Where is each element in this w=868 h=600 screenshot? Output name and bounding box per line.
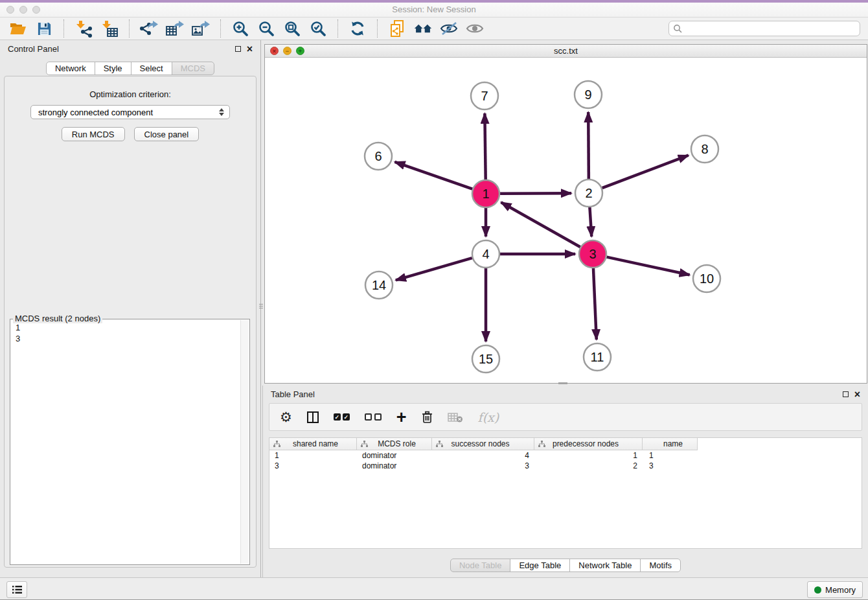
zoom-selected-icon[interactable] xyxy=(308,19,328,38)
export-network-icon[interactable] xyxy=(139,19,159,38)
import-network-icon[interactable] xyxy=(74,19,93,38)
table-panel-header: Table Panel × xyxy=(263,386,868,403)
first-neighbors-icon[interactable] xyxy=(413,19,433,38)
graph-edge-2-8[interactable] xyxy=(602,156,689,189)
control-panel-tabs: Network Style Select MCDS xyxy=(0,62,260,75)
table-panel: Table Panel × ⚙ ✓✓ + f(x) sh xyxy=(262,386,868,577)
table-row[interactable]: 3 dominator 3 2 3 xyxy=(269,461,698,471)
mcds-result-list: 1 3 xyxy=(10,319,249,347)
table-panel-title: Table Panel xyxy=(263,389,315,399)
mcds-result-item: 1 xyxy=(16,322,244,333)
task-history-button[interactable] xyxy=(6,581,27,598)
app-titlebar: Session: New Session xyxy=(0,3,868,17)
add-row-icon[interactable]: + xyxy=(396,411,407,424)
table-row[interactable]: 1 dominator 4 1 1 xyxy=(269,450,698,461)
toolbar-separator xyxy=(220,19,221,38)
graph-edge-1-6[interactable] xyxy=(394,162,472,189)
column-header-name[interactable]: name xyxy=(643,438,698,450)
mcds-result-title: MCDS result (2 nodes) xyxy=(13,314,102,323)
graph-edge-2-9[interactable] xyxy=(588,112,589,179)
cell-name: 1 xyxy=(643,451,698,460)
search-icon xyxy=(673,24,682,33)
column-header-shared-name[interactable]: shared name xyxy=(269,438,357,450)
select-chevrons-icon xyxy=(219,108,224,116)
refresh-icon[interactable] xyxy=(348,19,367,38)
import-table-icon[interactable] xyxy=(100,19,119,38)
memory-status-icon xyxy=(814,586,821,594)
cell-mcds-role: dominator xyxy=(357,451,432,460)
column-header-mcds-role[interactable]: MCDS role xyxy=(357,438,432,450)
graph-edge-1-7[interactable] xyxy=(485,113,485,179)
tab-mcds[interactable]: MCDS xyxy=(172,62,214,75)
optimization-criterion-value: strongly connected component xyxy=(38,108,153,117)
tab-edge-table[interactable]: Edge Table xyxy=(510,559,570,572)
split-table-icon[interactable] xyxy=(307,411,319,423)
graph-edge-3-1[interactable] xyxy=(501,202,580,247)
graph-node-label-10: 10 xyxy=(700,271,714,286)
toolbar-separator xyxy=(63,19,64,38)
graph-node-label-15: 15 xyxy=(479,352,493,366)
table-settings-icon[interactable]: ⚙ xyxy=(280,410,292,424)
deselect-all-columns-icon[interactable] xyxy=(365,413,382,421)
float-table-panel-icon[interactable] xyxy=(843,391,849,397)
mcds-panel: Optimization criterion: strongly connect… xyxy=(4,76,257,568)
close-table-panel-icon[interactable]: × xyxy=(854,391,860,398)
export-image-icon[interactable] xyxy=(191,19,211,38)
optimization-criterion-label: Optimization criterion: xyxy=(5,89,256,99)
app-title: Session: New Session xyxy=(0,3,868,17)
open-session-icon[interactable] xyxy=(8,19,28,38)
table-panel-tabs: Node Table Edge Table Network Table Moti… xyxy=(263,559,868,572)
cell-shared-name: 3 xyxy=(269,461,357,470)
graph-node-label-3: 3 xyxy=(589,247,596,261)
network-window-titlebar[interactable]: × − + scc.txt xyxy=(265,45,867,58)
tab-style[interactable]: Style xyxy=(95,62,131,75)
column-header-successor-nodes[interactable]: successor nodes xyxy=(432,438,534,450)
show-all-icon[interactable] xyxy=(465,19,485,38)
column-header-predecessor-nodes[interactable]: predecessor nodes xyxy=(534,438,643,450)
graph-edge-1-2[interactable] xyxy=(500,193,571,194)
clone-network-icon[interactable] xyxy=(387,19,407,38)
export-table-icon[interactable] xyxy=(165,19,185,38)
hide-selected-icon[interactable] xyxy=(439,19,459,38)
graph-node-label-1: 1 xyxy=(482,187,489,201)
save-session-icon[interactable] xyxy=(34,19,54,38)
tab-motifs[interactable]: Motifs xyxy=(640,559,681,572)
status-bar: Memory xyxy=(0,577,868,599)
graph-node-label-9: 9 xyxy=(584,87,591,102)
graph-node-label-4: 4 xyxy=(482,247,489,261)
panel-splitter-handle[interactable] xyxy=(259,301,263,310)
network-window-title: scc.txt xyxy=(265,45,867,57)
float-panel-icon[interactable] xyxy=(235,46,241,52)
zoom-fit-icon[interactable] xyxy=(282,19,302,38)
close-panel-button[interactable]: Close panel xyxy=(134,127,200,141)
workspace: Control Panel × Network Style Select MCD… xyxy=(0,40,868,577)
tab-node-table[interactable]: Node Table xyxy=(450,559,511,572)
node-table: shared name MCDS role successor nodes pr… xyxy=(269,437,862,549)
control-panel-title: Control Panel xyxy=(0,44,59,54)
control-panel: Control Panel × Network Style Select MCD… xyxy=(0,40,261,577)
result-scrollbar[interactable] xyxy=(240,320,249,564)
close-panel-icon[interactable]: × xyxy=(247,46,253,52)
cell-predecessor-nodes: 2 xyxy=(534,461,643,470)
graph-node-label-7: 7 xyxy=(481,89,488,103)
tab-network[interactable]: Network xyxy=(46,62,95,75)
network-view-window: × − + scc.txt 7968124314101511 xyxy=(264,44,867,384)
zoom-in-icon[interactable] xyxy=(231,19,250,38)
memory-button[interactable]: Memory xyxy=(807,581,863,598)
graph-edge-4-14[interactable] xyxy=(396,258,472,280)
network-canvas[interactable]: 7968124314101511 xyxy=(265,58,867,384)
tab-select[interactable]: Select xyxy=(131,62,172,75)
graph-edge-3-10[interactable] xyxy=(607,257,690,275)
run-mcds-button[interactable]: Run MCDS xyxy=(62,127,125,141)
select-all-columns-icon[interactable]: ✓✓ xyxy=(334,413,350,421)
graph-edge-2-3[interactable] xyxy=(589,207,591,237)
graph-node-label-6: 6 xyxy=(374,149,382,163)
zoom-out-icon[interactable] xyxy=(257,19,276,38)
optimization-criterion-select[interactable]: strongly connected component xyxy=(30,105,230,119)
tab-network-table[interactable]: Network Table xyxy=(569,559,641,572)
delete-row-icon[interactable] xyxy=(422,411,433,424)
search-box[interactable] xyxy=(668,21,860,36)
search-input[interactable] xyxy=(685,22,860,35)
graph-edge-3-11[interactable] xyxy=(593,268,597,340)
toolbar-separator xyxy=(377,19,378,38)
